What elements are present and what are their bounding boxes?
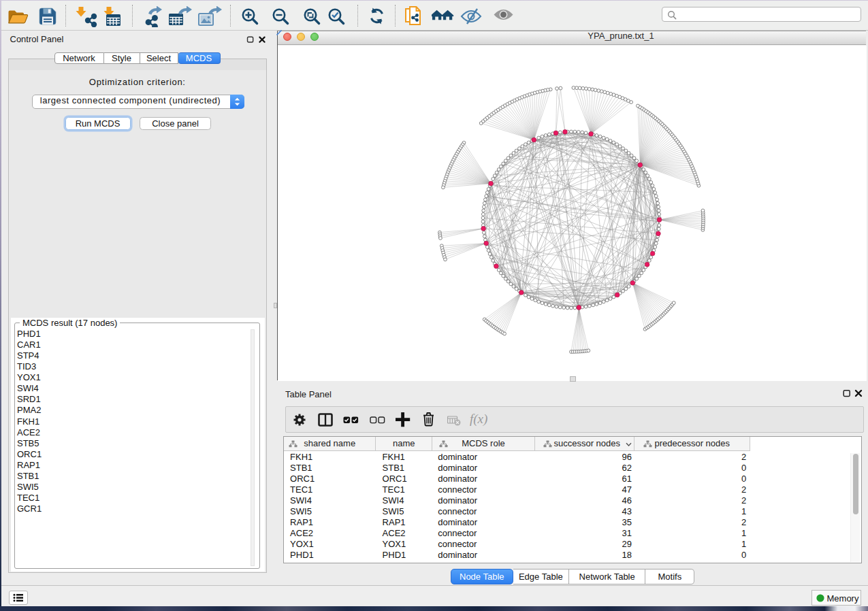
svg-text:f(x): f(x) <box>470 412 487 427</box>
